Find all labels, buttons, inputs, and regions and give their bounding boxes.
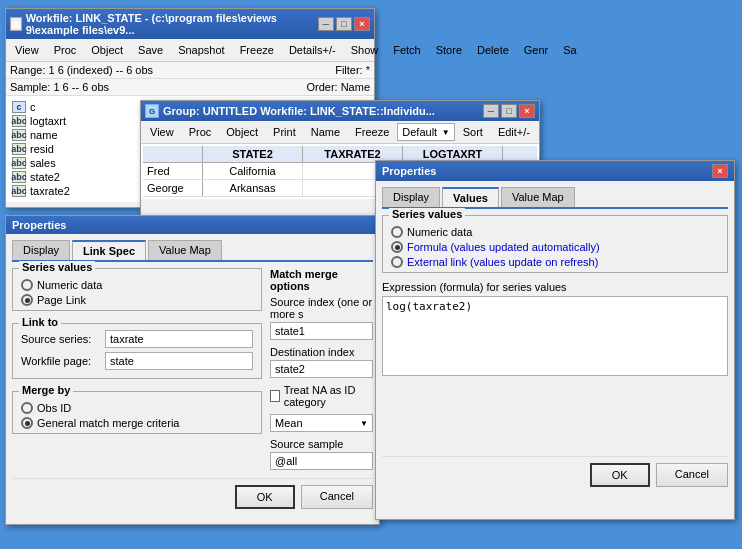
group-menu-print[interactable]: Print bbox=[266, 123, 303, 141]
props-right-tab-bar: Display Values Value Map bbox=[382, 187, 728, 209]
series-type-icon: abc bbox=[12, 171, 26, 183]
series-values-title-right: Series values bbox=[389, 208, 465, 220]
workfile-title-bar: ▦ Workfile: LINK_STATE - (c:\program fil… bbox=[6, 9, 374, 39]
radio-numeric-dot-right bbox=[391, 226, 403, 238]
menu-show[interactable]: Show bbox=[344, 41, 386, 59]
radio-external-right[interactable]: External link (values update on refresh) bbox=[391, 256, 719, 268]
series-type-icon: abc bbox=[12, 185, 26, 197]
source-sample-input[interactable] bbox=[270, 452, 373, 470]
menu-details[interactable]: Details+/- bbox=[282, 41, 343, 59]
link-to-group: Link to Source series: Workfile page: bbox=[12, 323, 262, 379]
dropdown-arrow-icon: ▼ bbox=[360, 419, 368, 428]
radio-page-link-label: Page Link bbox=[37, 294, 86, 306]
group-maximize-btn[interactable]: □ bbox=[501, 104, 517, 118]
series-type-icon: c bbox=[12, 101, 26, 113]
order-info: Order: Name bbox=[306, 81, 370, 93]
merge-by-radio-group: Obs ID General match merge criteria bbox=[21, 402, 253, 429]
group-menu-sort[interactable]: Sort bbox=[456, 123, 490, 141]
menu-proc[interactable]: Proc bbox=[47, 41, 84, 59]
row-label-george: George bbox=[143, 180, 203, 196]
radio-obs-id-label: Obs ID bbox=[37, 402, 71, 414]
tab-values-right[interactable]: Values bbox=[442, 187, 499, 207]
expression-label: Expression (formula) for series values bbox=[382, 281, 728, 293]
group-menu-proc[interactable]: Proc bbox=[182, 123, 219, 141]
radio-page-link[interactable]: Page Link bbox=[21, 294, 253, 306]
series-values-title: Series values bbox=[19, 261, 95, 273]
series-type-icon: abc bbox=[12, 115, 26, 127]
workfile-sample-bar: Sample: 1 6 -- 6 obs Order: Name bbox=[6, 79, 374, 96]
menu-store[interactable]: Store bbox=[429, 41, 469, 59]
workfile-icon: ▦ bbox=[10, 17, 22, 31]
expression-container: Expression (formula) for series values l… bbox=[382, 281, 728, 376]
menu-fetch[interactable]: Fetch bbox=[386, 41, 428, 59]
source-index-label: Source index (one or more s bbox=[270, 296, 373, 320]
tab-display-right[interactable]: Display bbox=[382, 187, 440, 207]
radio-formula-dot-right bbox=[391, 241, 403, 253]
group-menu-freeze[interactable]: Freeze bbox=[348, 123, 396, 141]
tab-display[interactable]: Display bbox=[12, 240, 70, 260]
series-values-radio-right: Numeric data Formula (values updated aut… bbox=[391, 226, 719, 268]
series-values-group-right: Series values Numeric data Formula (valu… bbox=[382, 215, 728, 273]
radio-external-dot-right bbox=[391, 256, 403, 268]
group-close-btn[interactable]: × bbox=[519, 104, 535, 118]
match-merge-label: Match merge options bbox=[270, 268, 373, 292]
series-values-radio-group: Numeric data Page Link bbox=[21, 279, 253, 306]
source-series-input[interactable] bbox=[105, 330, 253, 348]
treat-na-checkbox[interactable] bbox=[270, 390, 280, 402]
close-btn[interactable]: × bbox=[354, 17, 370, 31]
workfile-info-bar: Range: 1 6 (indexed) -- 6 obs Filter: * bbox=[6, 62, 374, 79]
radio-general-match[interactable]: General match merge criteria bbox=[21, 417, 253, 429]
workfile-page-input[interactable] bbox=[105, 352, 253, 370]
radio-numeric-right[interactable]: Numeric data bbox=[391, 226, 719, 238]
radio-obs-id[interactable]: Obs ID bbox=[21, 402, 253, 414]
props-left-ok-btn[interactable]: OK bbox=[235, 485, 295, 509]
group-title: Group: UNTITLED Workfile: LINK_STATE::In… bbox=[163, 105, 435, 117]
group-style-dropdown[interactable]: Default▼ bbox=[397, 123, 454, 141]
menu-freeze[interactable]: Freeze bbox=[233, 41, 281, 59]
cell-fred-state2: California bbox=[203, 163, 303, 179]
menu-save[interactable]: Save bbox=[131, 41, 170, 59]
menu-genr[interactable]: Genr bbox=[517, 41, 555, 59]
group-menu-object[interactable]: Object bbox=[219, 123, 265, 141]
props-left-columns: Series values Numeric data Page Link Lin bbox=[12, 268, 373, 470]
source-index-input[interactable] bbox=[270, 322, 373, 340]
treat-na-label: Treat NA as ID category bbox=[284, 384, 373, 408]
menu-view[interactable]: View bbox=[8, 41, 46, 59]
radio-formula-right[interactable]: Formula (values updated automatically) bbox=[391, 241, 719, 253]
radio-numeric-label: Numeric data bbox=[37, 279, 102, 291]
menu-snapshot[interactable]: Snapshot bbox=[171, 41, 231, 59]
workfile-title: Workfile: LINK_STATE - (c:\program files… bbox=[26, 12, 318, 36]
tab-value-map[interactable]: Value Map bbox=[148, 240, 222, 260]
props-left-body: Display Link Spec Value Map Series value… bbox=[6, 234, 379, 524]
props-right-close-btn[interactable]: × bbox=[712, 164, 728, 178]
group-menu-view[interactable]: View bbox=[143, 123, 181, 141]
props-right-col: Match merge options Source index (one or… bbox=[270, 268, 373, 470]
group-menu-edit[interactable]: Edit+/- bbox=[491, 123, 537, 141]
props-right-cancel-btn[interactable]: Cancel bbox=[656, 463, 728, 487]
props-right-ok-btn[interactable]: OK bbox=[590, 463, 650, 487]
cell-george-state2: Arkansas bbox=[203, 180, 303, 196]
expression-input[interactable]: log(taxrate2) bbox=[382, 296, 728, 376]
link-to-title: Link to bbox=[19, 316, 61, 328]
group-minimize-btn[interactable]: ─ bbox=[483, 104, 499, 118]
dest-index-input[interactable] bbox=[270, 360, 373, 378]
row-label-fred: Fred bbox=[143, 163, 203, 179]
maximize-btn[interactable]: □ bbox=[336, 17, 352, 31]
tab-link-spec[interactable]: Link Spec bbox=[72, 240, 146, 260]
radio-numeric-data[interactable]: Numeric data bbox=[21, 279, 253, 291]
menu-object[interactable]: Object bbox=[84, 41, 130, 59]
workfile-menu-bar: View Proc Object Save Snapshot Freeze De… bbox=[6, 39, 374, 62]
menu-sa[interactable]: Sa bbox=[556, 41, 583, 59]
props-left-buttons: OK Cancel bbox=[12, 478, 373, 509]
series-name: name bbox=[30, 129, 58, 141]
minimize-btn[interactable]: ─ bbox=[318, 17, 334, 31]
props-left-cancel-btn[interactable]: Cancel bbox=[301, 485, 373, 509]
filter-info: Filter: * bbox=[335, 64, 370, 76]
radio-numeric-label-right: Numeric data bbox=[407, 226, 472, 238]
group-menu-name[interactable]: Name bbox=[304, 123, 347, 141]
tab-value-map-right[interactable]: Value Map bbox=[501, 187, 575, 207]
series-name: state2 bbox=[30, 171, 60, 183]
mean-dropdown[interactable]: Mean ▼ bbox=[270, 414, 373, 432]
menu-delete[interactable]: Delete bbox=[470, 41, 516, 59]
properties-dialog-right: Properties × Display Values Value Map Se… bbox=[375, 160, 735, 520]
